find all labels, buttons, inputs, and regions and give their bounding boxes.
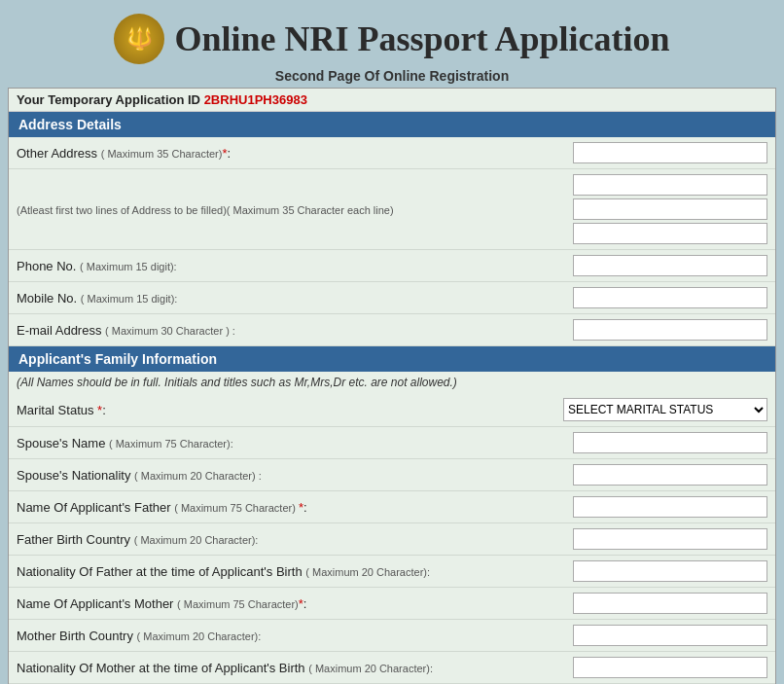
- marital-status-label: Marital Status *:: [9, 393, 453, 427]
- mobile-input[interactable]: [573, 287, 767, 308]
- father-birth-country-input[interactable]: [573, 528, 767, 550]
- table-row: Name Of Applicant's Father ( Maximum 75 …: [9, 491, 775, 523]
- mobile-label: Mobile No. ( Maximum 15 digit):: [9, 282, 453, 314]
- spouses-nationality-label: Spouse's Nationality ( Maximum 20 Charac…: [9, 459, 453, 491]
- phone-input[interactable]: [573, 255, 767, 276]
- marital-status-select[interactable]: SELECT MARITAL STATUS Single Married Div…: [563, 398, 767, 421]
- table-row: Nationality Of Mother at the time of App…: [9, 652, 775, 684]
- app-id-label: Your Temporary Application ID: [17, 92, 200, 107]
- page-header: 🔱 Online NRI Passport Application: [8, 8, 776, 68]
- father-nationality-input[interactable]: [573, 560, 767, 582]
- table-row: Spouse's Name ( Maximum 75 Character):: [9, 427, 775, 459]
- table-row: Marital Status *: SELECT MARITAL STATUS …: [9, 393, 775, 427]
- phone-label: Phone No. ( Maximum 15 digit):: [9, 250, 453, 282]
- table-row: Name Of Applicant's Mother ( Maximum 75 …: [9, 588, 775, 620]
- mothers-name-label: Name Of Applicant's Mother ( Maximum 75 …: [9, 588, 453, 620]
- mother-nationality-label: Nationality Of Mother at the time of App…: [9, 652, 453, 684]
- father-birth-country-label: Father Birth Country ( Maximum 20 Charac…: [9, 523, 453, 556]
- table-row: Spouse's Nationality ( Maximum 20 Charac…: [9, 459, 775, 491]
- table-row: Mother Birth Country ( Maximum 20 Charac…: [9, 620, 775, 652]
- mother-birth-country-input[interactable]: [573, 625, 767, 646]
- other-address-input[interactable]: [573, 142, 767, 163]
- father-nationality-label: Nationality Of Father at the time of App…: [9, 556, 453, 588]
- mother-nationality-input[interactable]: [573, 657, 767, 678]
- table-row: (Atleast first two lines of Address to b…: [9, 169, 775, 250]
- address-line3-input[interactable]: [573, 223, 767, 244]
- table-row: Nationality Of Father at the time of App…: [9, 556, 775, 588]
- family-note: (All Names should be in full. Initials a…: [9, 372, 775, 393]
- address-form-table: Other Address ( Maximum 35 Character)*: …: [9, 137, 775, 346]
- spouses-name-label: Spouse's Name ( Maximum 75 Character):: [9, 427, 453, 459]
- address-note-label: (Atleast first two lines of Address to b…: [9, 169, 453, 250]
- mothers-name-input[interactable]: [573, 593, 767, 614]
- page-subtitle: Second Page Of Online Registration: [8, 68, 776, 84]
- app-id-value: 2BRHU1PH36983: [204, 92, 307, 107]
- fathers-name-input[interactable]: [573, 496, 767, 518]
- table-row: E-mail Address ( Maximum 30 Character ) …: [9, 314, 775, 346]
- fathers-name-label: Name Of Applicant's Father ( Maximum 75 …: [9, 491, 453, 523]
- spouses-nationality-input[interactable]: [573, 464, 767, 486]
- family-section-header: Applicant's Family Information: [9, 346, 775, 372]
- email-input[interactable]: [573, 319, 767, 341]
- table-row: Phone No. ( Maximum 15 digit):: [9, 250, 775, 282]
- email-label: E-mail Address ( Maximum 30 Character ) …: [9, 314, 453, 346]
- emblem-icon: 🔱: [114, 14, 164, 64]
- table-row: Other Address ( Maximum 35 Character)*:: [9, 137, 775, 169]
- address-line1-input[interactable]: [573, 174, 767, 196]
- mother-birth-country-label: Mother Birth Country ( Maximum 20 Charac…: [9, 620, 453, 652]
- page-title: Online NRI Passport Application: [174, 18, 669, 59]
- address-section-header: Address Details: [9, 112, 775, 137]
- table-row: Father Birth Country ( Maximum 20 Charac…: [9, 523, 775, 556]
- spouses-name-input[interactable]: [573, 432, 767, 453]
- app-id-bar: Your Temporary Application ID 2BRHU1PH36…: [9, 89, 775, 112]
- other-address-label: Other Address ( Maximum 35 Character)*:: [9, 137, 453, 169]
- table-row: Mobile No. ( Maximum 15 digit):: [9, 282, 775, 314]
- family-form-table: Marital Status *: SELECT MARITAL STATUS …: [9, 393, 775, 684]
- address-line2-input[interactable]: [573, 198, 767, 220]
